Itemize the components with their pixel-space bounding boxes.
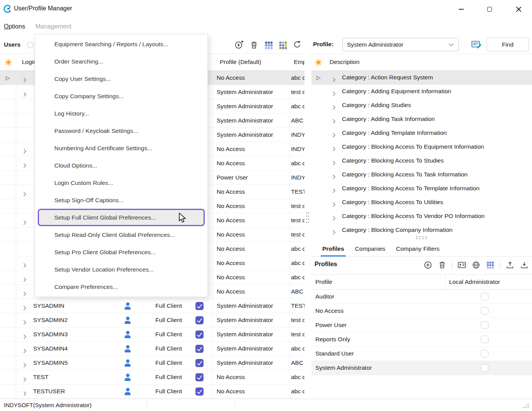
category-row[interactable]: Category : Blocking Access To Studies	[311, 154, 532, 168]
category-row[interactable]: Category : Adding Equipment Information	[311, 85, 532, 99]
expand-chevron-icon[interactable]	[22, 333, 25, 340]
expand-chevron-icon[interactable]	[332, 117, 335, 124]
column-header-profile-default[interactable]: Profile (Default)	[220, 59, 261, 65]
add-profile-button[interactable]	[423, 260, 433, 270]
profile-row-system-administrator[interactable]: System Administrator	[311, 361, 532, 375]
tab-company-filters[interactable]: Company Filters	[396, 242, 439, 257]
category-row[interactable]: Category : Blocking Access To Equipment …	[311, 140, 532, 154]
resize-grip[interactable]	[523, 403, 530, 408]
category-row[interactable]: Category : Adding Template Information	[311, 126, 532, 140]
menu-item-numbering-and-certificate-settings[interactable]: Numbering And Certificate Settings...	[35, 139, 207, 157]
active-checkbox[interactable]	[195, 345, 204, 353]
profile-row-standard-user[interactable]: Standard User	[311, 347, 532, 361]
minimize-button[interactable]	[450, 0, 472, 18]
user-row-sysadmin[interactable]: SYSADMINFull ClientSystem AdministratorT…	[0, 299, 305, 313]
active-checkbox[interactable]	[195, 388, 204, 396]
expand-chevron-icon[interactable]	[22, 91, 25, 97]
category-row[interactable]: ▷Category : Action Request System	[311, 71, 532, 85]
category-row[interactable]: Category : Blocking Access To Utilities	[311, 196, 532, 210]
expand-chevron-icon[interactable]	[22, 76, 25, 83]
menu-item-setup-pro-client-global-preferences[interactable]: Setup Pro Client Global Preferences...	[35, 243, 207, 261]
grid-view-button[interactable]	[264, 40, 274, 50]
column-header-local-administrator[interactable]: Local Administrator	[449, 278, 500, 285]
expand-chevron-icon[interactable]	[332, 104, 335, 111]
profile-card-edit-icon[interactable]	[471, 39, 482, 49]
profile-row-power-user[interactable]: Power User	[311, 318, 532, 332]
menu-item-copy-company-settings[interactable]: Copy Company Settings...	[35, 87, 207, 105]
menu-item-log-history[interactable]: Log History...	[35, 105, 207, 122]
category-row[interactable]: Category : Blocking Access To Vendor PO …	[311, 210, 532, 223]
expand-chevron-icon[interactable]	[332, 145, 335, 152]
expand-chevron-icon[interactable]	[332, 159, 335, 166]
expand-chevron-icon[interactable]	[22, 361, 25, 368]
globe-button[interactable]	[471, 260, 481, 270]
menu-item-setup-vendor-location-preferences[interactable]: Setup Vendor Location Preferences...	[35, 261, 207, 278]
menu-management[interactable]: Management	[35, 23, 71, 30]
menu-item-cloud-options[interactable]: Cloud Options...	[35, 157, 207, 174]
local-admin-checkbox[interactable]	[481, 350, 488, 357]
expand-chevron-icon[interactable]	[22, 304, 25, 311]
expand-triangle-icon[interactable]: ▷	[317, 75, 321, 80]
delete-user-button[interactable]	[249, 40, 260, 50]
expand-chevron-icon[interactable]	[332, 76, 335, 83]
column-header-profile[interactable]: Profile	[315, 278, 332, 285]
active-checkbox[interactable]	[195, 330, 204, 339]
user-row-sysadmin3[interactable]: SYSADMIN3Full ClientSystem Administrator…	[0, 327, 305, 342]
maximize-button[interactable]	[478, 0, 501, 18]
active-checkbox[interactable]	[195, 302, 204, 310]
expand-chevron-icon[interactable]	[22, 262, 25, 268]
category-row[interactable]: Category : Blocking Access To Task Infor…	[311, 168, 532, 182]
profile-row-no-access[interactable]: No Access	[311, 304, 532, 318]
user-row-sysadmin2[interactable]: SYSADMIN2Full ClientSystem Administrator…	[0, 313, 305, 327]
local-admin-checkbox[interactable]	[481, 307, 488, 315]
user-row-test[interactable]: TESTFull ClientNo Accessabc c	[0, 370, 305, 384]
menu-item-copy-user-settings[interactable]: Copy User Settings...	[35, 70, 207, 87]
expand-chevron-icon[interactable]	[22, 190, 25, 197]
category-row[interactable]: Category : Blocking Access To Template I…	[311, 182, 532, 196]
menu-item-compare-preferences[interactable]: Compare Preferences...	[35, 278, 207, 295]
panel-splitter-handle[interactable]	[305, 211, 310, 224]
expand-chevron-icon[interactable]	[332, 215, 335, 221]
expand-chevron-icon[interactable]	[22, 162, 25, 169]
expand-chevron-icon[interactable]	[22, 319, 25, 325]
profile-select[interactable]: System Administrator	[342, 38, 459, 51]
column-header-description[interactable]: Description	[330, 59, 360, 65]
user-row-sysadmin4[interactable]: SYSADMIN4Full ClientSystem Administrator…	[0, 342, 305, 356]
sun-icon[interactable]	[315, 59, 322, 66]
contact-card-button[interactable]	[457, 260, 466, 270]
category-row[interactable]: Category : Adding Task Information	[311, 112, 532, 126]
export-button[interactable]	[505, 260, 515, 270]
tab-companies[interactable]: Companies	[355, 242, 385, 257]
expand-chevron-icon[interactable]	[22, 219, 25, 226]
expand-chevron-icon[interactable]	[332, 187, 335, 194]
menu-item-setup-sign-off-captions[interactable]: Setup Sign-Off Captions...	[35, 191, 207, 209]
expand-chevron-icon[interactable]	[22, 376, 25, 382]
profile-row-reports-only[interactable]: Reports Only	[311, 332, 532, 347]
menu-item-equipment-searching-reports-layouts[interactable]: Equipment Searching / Reports / Layouts.…	[35, 35, 207, 53]
menu-item-setup-read-only-client-global-preferences[interactable]: Setup Read-Only Client Global Preference…	[35, 226, 207, 243]
category-row[interactable]: Category : Adding Studies	[311, 99, 532, 112]
expand-chevron-icon[interactable]	[22, 347, 25, 354]
expand-chevron-icon[interactable]	[332, 131, 335, 138]
section-splitter-handle[interactable]	[415, 235, 428, 240]
user-row-testuser[interactable]: TESTUSERFull ClientNo Accessabc c	[0, 384, 305, 399]
menu-item-order-searching[interactable]: Order Searching...	[35, 53, 207, 70]
expand-triangle-icon[interactable]: ▷	[6, 75, 10, 81]
refresh-button[interactable]	[292, 40, 303, 50]
expand-chevron-icon[interactable]	[22, 276, 25, 283]
tab-profiles[interactable]: Profiles	[322, 242, 344, 257]
expand-chevron-icon[interactable]	[332, 173, 335, 180]
expand-chevron-icon[interactable]	[332, 201, 335, 208]
menu-item-login-custom-rules[interactable]: Login Custom Rules...	[35, 174, 207, 191]
close-button[interactable]	[507, 0, 530, 18]
menu-item-setup-full-client-global-preferences[interactable]: Setup Full Client Global Preferences...	[38, 209, 205, 226]
active-checkbox[interactable]	[195, 316, 204, 324]
expand-chevron-icon[interactable]	[332, 90, 335, 97]
local-admin-checkbox[interactable]	[481, 364, 488, 372]
profile-row-auditor[interactable]: Auditor	[311, 290, 532, 304]
grid-button[interactable]	[486, 260, 495, 270]
menu-options[interactable]: Options	[4, 23, 25, 30]
expand-chevron-icon[interactable]	[332, 228, 335, 235]
active-checkbox[interactable]	[195, 359, 204, 367]
import-button[interactable]	[520, 260, 529, 270]
